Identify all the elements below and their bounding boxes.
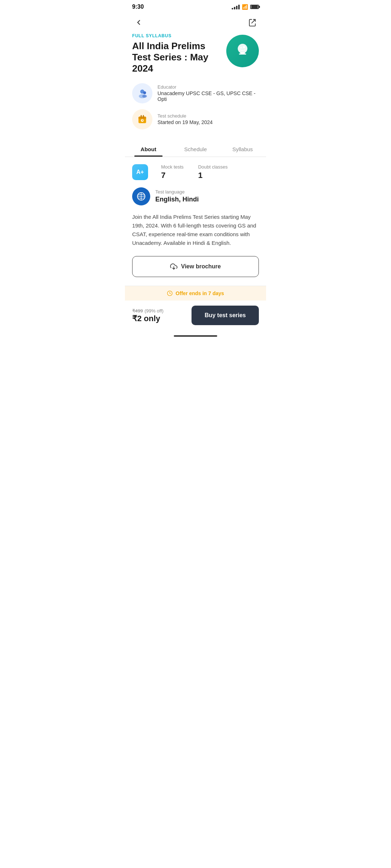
full-syllabus-badge: FULL SYLLABUS (132, 33, 222, 38)
final-price: ₹2 only (132, 314, 164, 323)
educator-value: Unacademy UPSC CSE - GS, UPSC CSE - Opti (157, 90, 259, 102)
bottom-indicator (125, 332, 266, 338)
doubt-classes-stat: Doubt classes 1 (198, 164, 228, 180)
course-logo (226, 35, 259, 67)
schedule-icon (132, 109, 152, 129)
status-bar: 9:30 📶 (125, 0, 266, 13)
timer-icon (167, 290, 173, 296)
offer-section: Offer ends in 7 days ₹499 (99% off) ₹2 o… (125, 286, 266, 332)
download-cloud-icon (170, 263, 177, 270)
svg-point-6 (243, 46, 245, 48)
mock-tests-stat: Mock tests 7 (161, 164, 184, 180)
svg-rect-3 (239, 54, 246, 55)
status-icons: 📶 (232, 4, 259, 10)
nav-bar (125, 13, 266, 33)
educator-row: Educator Unacademy UPSC CSE - GS, UPSC C… (132, 83, 259, 103)
svg-rect-12 (139, 116, 146, 119)
svg-point-9 (143, 91, 146, 94)
educator-icon (132, 83, 152, 103)
buy-test-series-button[interactable]: Buy test series (192, 306, 259, 325)
svg-rect-13 (141, 115, 142, 118)
tab-syllabus[interactable]: Syllabus (219, 141, 266, 157)
language-value: English, Hindi (155, 196, 199, 203)
price-row: ₹499 (99% off) ₹2 only Buy test series (125, 301, 266, 332)
wifi-icon: 📶 (242, 4, 248, 10)
svg-rect-17 (142, 120, 143, 121)
home-indicator (174, 335, 217, 337)
description-text: Join the All India Prelims Test Series s… (132, 213, 259, 247)
discount-label: (99% off) (144, 308, 164, 314)
educator-label: Educator (157, 84, 259, 90)
hero-section: FULL SYLLABUS All India Prelims Test Ser… (125, 33, 266, 80)
brochure-label: View brochure (181, 263, 221, 270)
language-icon (132, 187, 150, 205)
language-label: Test language (155, 189, 199, 195)
tab-schedule[interactable]: Schedule (172, 141, 219, 157)
language-row: Test language English, Hindi (132, 187, 259, 205)
original-price: ₹499 (132, 308, 143, 314)
svg-point-5 (240, 47, 242, 48)
view-brochure-button[interactable]: View brochure (132, 256, 259, 277)
status-time: 9:30 (132, 4, 144, 10)
offer-text: Offer ends in 7 days (176, 290, 224, 296)
mock-test-icon: A+ (132, 164, 148, 180)
signal-bars-icon (232, 5, 240, 9)
stats-row: A+ Mock tests 7 Doubt classes 1 (132, 164, 259, 180)
course-title: All India Prelims Test Series : May 2024 (132, 41, 222, 75)
svg-point-10 (142, 95, 147, 98)
price-info: ₹499 (99% off) ₹2 only (132, 307, 164, 323)
share-button[interactable] (246, 16, 259, 29)
tab-about[interactable]: About (125, 141, 172, 157)
schedule-value: Started on 19 May, 2024 (157, 119, 213, 125)
schedule-label: Test schedule (157, 113, 213, 119)
about-section: A+ Mock tests 7 Doubt classes 1 Tes (125, 157, 266, 277)
battery-icon (250, 5, 259, 9)
tabs: About Schedule Syllabus (125, 141, 266, 157)
back-button[interactable] (132, 16, 145, 29)
svg-rect-14 (143, 115, 144, 118)
svg-point-4 (238, 44, 247, 53)
offer-banner: Offer ends in 7 days (125, 286, 266, 301)
schedule-row: Test schedule Started on 19 May, 2024 (132, 109, 259, 129)
info-section: Educator Unacademy UPSC CSE - GS, UPSC C… (125, 80, 266, 138)
svg-line-0 (252, 20, 255, 23)
